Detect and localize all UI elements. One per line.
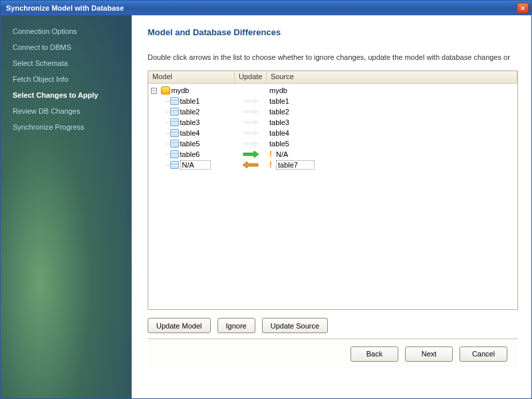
- update-arrow[interactable]: [235, 162, 267, 168]
- sidebar-item-connection-options[interactable]: Connection Options: [1, 23, 132, 39]
- diff-tree: Model Update Source −·mydbmydb···table1t…: [148, 70, 518, 310]
- tree-row[interactable]: ···N/A!table7: [148, 160, 517, 170]
- wizard-steps-sidebar: Connection Options Connect to DBMS Selec…: [1, 15, 132, 398]
- warning-icon: !: [269, 160, 272, 170]
- tree-row[interactable]: −·mydbmydb: [148, 85, 517, 96]
- body: Connection Options Connect to DBMS Selec…: [1, 15, 531, 398]
- tree-row[interactable]: ···table2table2: [148, 106, 517, 117]
- wizard-window: Synchronize Model with Database × Connec…: [0, 0, 532, 399]
- sidebar-item-review-changes[interactable]: Review DB Changes: [1, 103, 132, 119]
- table-icon: [170, 140, 179, 148]
- instruction-text: Double click arrows in the list to choos…: [148, 53, 518, 61]
- model-cell: N/A: [180, 160, 211, 170]
- source-cell: table5: [269, 140, 289, 148]
- tree-line-icon: ···: [166, 162, 169, 168]
- titlebar: Synchronize Model with Database ×: [1, 1, 531, 15]
- column-header-source[interactable]: Source: [267, 71, 517, 83]
- tree-row[interactable]: ···table5table5: [148, 138, 517, 149]
- update-arrow[interactable]: [235, 98, 267, 104]
- source-cell: table2: [269, 108, 289, 116]
- tree-header: Model Update Source: [148, 71, 517, 84]
- tree-row[interactable]: ···table4table4: [148, 128, 517, 138]
- tree-line-icon: ···: [166, 151, 169, 158]
- source-cell: mydb: [269, 86, 287, 94]
- model-cell: table1: [180, 97, 200, 105]
- sidebar-item-select-schemata[interactable]: Select Schemata: [1, 55, 132, 71]
- close-icon[interactable]: ×: [517, 3, 529, 13]
- window-title: Synchronize Model with Database: [6, 4, 517, 12]
- tree-line-icon: ···: [166, 140, 169, 147]
- source-cell: N/A: [276, 150, 288, 158]
- source-cell: table7: [276, 160, 315, 170]
- table-icon: [170, 161, 179, 169]
- model-cell: table2: [180, 108, 200, 116]
- tree-body[interactable]: −·mydbmydb···table1table1···table2table2…: [148, 84, 517, 309]
- tree-row[interactable]: ···table1table1: [148, 96, 517, 106]
- main-panel: Model and Database Differences Double cl…: [132, 15, 531, 398]
- sidebar-item-select-changes[interactable]: Select Changes to Apply: [1, 87, 132, 103]
- model-cell: table3: [180, 118, 200, 126]
- table-icon: [170, 108, 179, 116]
- table-icon: [170, 97, 179, 105]
- tree-line-icon: ···: [166, 108, 169, 115]
- source-cell: table3: [269, 118, 289, 126]
- sidebar-item-connect-dbms[interactable]: Connect to DBMS: [1, 39, 132, 55]
- column-header-model[interactable]: Model: [148, 71, 235, 83]
- sidebar-item-sync-progress[interactable]: Synchronize Progress: [1, 119, 132, 135]
- model-cell: table6: [180, 150, 200, 158]
- model-cell: mydb: [172, 86, 190, 94]
- source-cell: table1: [269, 97, 289, 105]
- update-arrow[interactable]: [235, 140, 267, 147]
- wizard-footer: Back Next Cancel: [148, 338, 518, 368]
- column-header-update[interactable]: Update: [235, 71, 267, 83]
- sidebar-item-fetch-object-info[interactable]: Fetch Object Info: [1, 71, 132, 87]
- tree-line-icon: ···: [166, 130, 169, 136]
- table-icon: [170, 118, 179, 126]
- tree-line-icon: ···: [166, 119, 169, 126]
- source-cell: table4: [269, 129, 289, 137]
- table-icon: [170, 129, 179, 137]
- update-source-button[interactable]: Update Source: [262, 318, 328, 333]
- model-cell: table5: [180, 140, 200, 148]
- model-cell: table4: [180, 129, 200, 137]
- update-arrow[interactable]: [235, 108, 267, 115]
- warning-icon: !: [269, 150, 272, 159]
- tree-row[interactable]: ···table3table3: [148, 117, 517, 128]
- ignore-button[interactable]: Ignore: [217, 318, 255, 333]
- back-button[interactable]: Back: [350, 346, 398, 362]
- update-arrow[interactable]: [235, 130, 267, 136]
- cancel-button[interactable]: Cancel: [460, 346, 507, 362]
- tree-line-icon: ···: [166, 98, 169, 104]
- collapse-icon[interactable]: −: [151, 88, 157, 94]
- tree-line-icon: ·: [158, 87, 160, 94]
- table-icon: [170, 150, 179, 158]
- update-model-button[interactable]: Update Model: [148, 318, 211, 333]
- update-arrow[interactable]: [235, 119, 267, 126]
- database-icon: [161, 86, 170, 94]
- action-row: Update Model Ignore Update Source: [148, 310, 518, 338]
- page-title: Model and Database Differences: [148, 27, 518, 37]
- update-arrow[interactable]: [235, 151, 267, 158]
- tree-row[interactable]: ···table6!N/A: [148, 149, 517, 160]
- next-button[interactable]: Next: [405, 346, 453, 362]
